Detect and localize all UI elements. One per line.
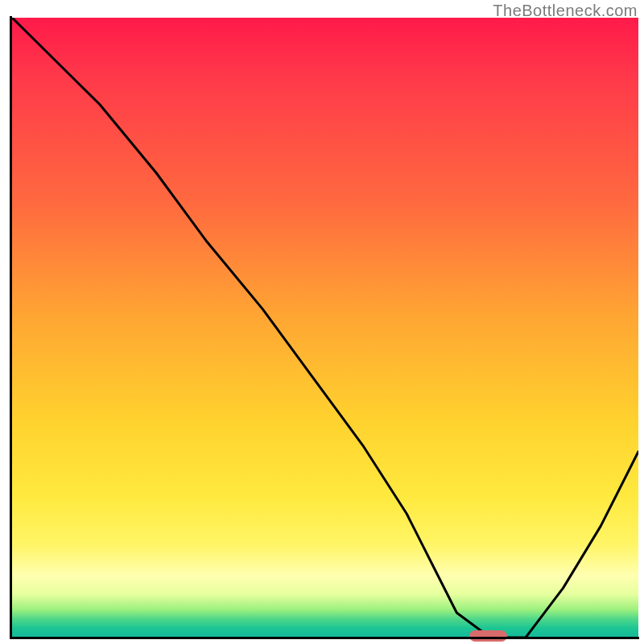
chart-frame: TheBottleneck.com: [0, 0, 644, 644]
x-axis: [10, 637, 639, 639]
bottleneck-curve: [12, 18, 638, 638]
optimal-marker: [469, 630, 507, 642]
y-axis: [10, 16, 12, 639]
